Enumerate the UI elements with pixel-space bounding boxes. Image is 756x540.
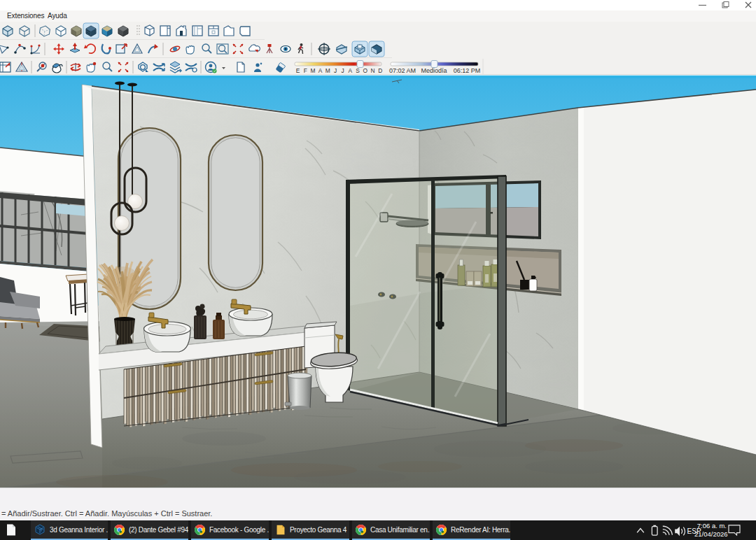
svg-text:D: D — [378, 67, 382, 74]
svg-text:J: J — [334, 67, 337, 74]
svg-text:N: N — [370, 67, 374, 74]
svg-text:Mediodía: Mediodía — [421, 67, 447, 74]
svg-text:06:12 PM: 06:12 PM — [454, 67, 481, 74]
svg-text:J: J — [342, 67, 344, 74]
svg-text:A: A — [349, 67, 353, 74]
svg-text:A: A — [318, 67, 323, 74]
svg-text:M: M — [326, 67, 330, 74]
svg-text:O: O — [363, 67, 368, 74]
svg-text:07:02 AM: 07:02 AM — [389, 67, 416, 74]
svg-text:F: F — [304, 67, 307, 74]
svg-text:E: E — [296, 67, 300, 74]
svg-text:S: S — [356, 67, 360, 74]
svg-text:M: M — [310, 67, 315, 74]
